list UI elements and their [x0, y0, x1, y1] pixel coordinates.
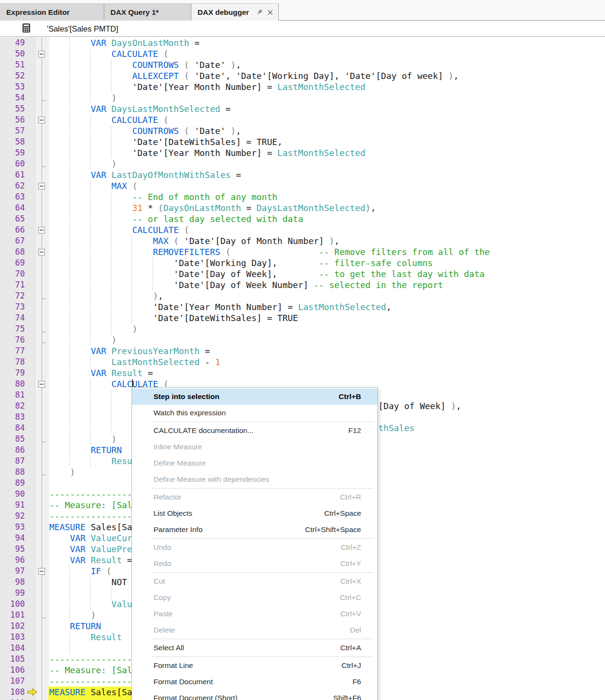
tab-dax-query-1[interactable]: DAX Query 1*: [104, 3, 191, 21]
code-text: IF (: [49, 566, 111, 577]
fold-end-tick: [42, 618, 46, 618]
menu-item-refactor[interactable]: RefactorCtrl+R: [132, 489, 377, 505]
menu-shortcut: Shift+F6: [333, 694, 361, 700]
tab-expression-editor[interactable]: Expression Editor: [0, 3, 104, 21]
line-number-61: 61: [0, 169, 25, 180]
indent-guide: [111, 389, 111, 400]
code-line-73[interactable]: 73 'Date'[Year Month Number] = LastMonth…: [0, 301, 605, 312]
menu-separator: [151, 422, 374, 422]
code-line-62[interactable]: 62 MAX (: [0, 180, 605, 191]
code-line-54[interactable]: 54 ): [0, 92, 605, 103]
fold-toggle-line-68[interactable]: [38, 249, 45, 256]
line-number-58: 58: [0, 136, 25, 147]
tab-dax-debugger[interactable]: DAX debugger: [191, 3, 279, 21]
code-line-49[interactable]: 49 VAR DaysOnLastMonth =: [0, 37, 605, 48]
code-line-59[interactable]: 59 'Date'[Year Month Number] = LastMonth…: [0, 147, 605, 158]
menu-item-format-document-short[interactable]: Format Document (Short)Shift+F6: [132, 690, 377, 700]
line-number-87: 87: [0, 456, 25, 467]
code-line-64[interactable]: 64 31 * (DaysOnLastMonth = DaysLastMonth…: [0, 202, 605, 213]
code-line-53[interactable]: 53 'Date'[Year Month Number] = LastMonth…: [0, 81, 605, 92]
line-number-88: 88: [0, 467, 25, 478]
menu-item-watch-this-expression[interactable]: Watch this expression: [132, 405, 377, 421]
code-line-58[interactable]: 58 'Date'[DateWithSales] = TRUE,: [0, 136, 605, 147]
menu-item-label: Inline Measure: [154, 443, 361, 451]
code-text: VAR Result =: [49, 367, 153, 378]
menu-item-paste[interactable]: PasteCtrl+V: [132, 606, 377, 622]
tab-label: DAX Query 1*: [110, 8, 159, 17]
code-line-57[interactable]: 57 COUNTROWS ( 'Date' ),: [0, 125, 605, 136]
code-line-72[interactable]: 72 ),: [0, 290, 605, 301]
code-line-69[interactable]: 69 'Date'[Working Day], -- filter-safe c…: [0, 257, 605, 268]
code-line-61[interactable]: 61 VAR LastDayOfMonthWithSales =: [0, 169, 605, 180]
line-number-89: 89: [0, 478, 25, 489]
code-line-60[interactable]: 60 ): [0, 158, 605, 169]
line-number-105: 105: [0, 654, 25, 665]
menu-item-copy[interactable]: CopyCtrl+C: [132, 589, 377, 606]
menu-item-step-into-selection[interactable]: Step into selectionCtrl+B: [132, 389, 377, 405]
menu-item-label: Format Document (Short): [154, 694, 325, 700]
code-text: CALCULATE (: [49, 48, 168, 59]
line-number-52: 52: [0, 70, 25, 81]
line-number-62: 62: [0, 180, 25, 191]
menu-item-label: Define Measure: [154, 459, 361, 467]
menu-item-select-all[interactable]: Select AllCtrl+A: [132, 640, 377, 656]
code-line-65[interactable]: 65 -- or last day selected with data: [0, 213, 605, 224]
indent-guide: [90, 400, 91, 411]
indent-guide: [69, 588, 70, 599]
code-line-63[interactable]: 63 -- End of month of any month: [0, 191, 605, 202]
code-line-66[interactable]: 66 CALCULATE (: [0, 224, 605, 235]
code-line-76[interactable]: 76 ): [0, 334, 605, 345]
menu-item-define-measure-with-dependencies[interactable]: Define Measure with dependencies: [132, 471, 377, 488]
fold-toggle-line-80[interactable]: [38, 381, 45, 388]
code-text: ): [49, 334, 117, 345]
code-line-67[interactable]: 67 MAX ( 'Date'[Day of Month Number] ),: [0, 235, 605, 246]
code-line-56[interactable]: 56 CALCULATE (: [0, 114, 605, 125]
tab-label: DAX debugger: [198, 8, 249, 17]
menu-item-redo[interactable]: RedoCtrl+Y: [132, 556, 377, 572]
fold-toggle-line-66[interactable]: [38, 227, 45, 233]
menu-item-undo[interactable]: UndoCtrl+Z: [132, 539, 377, 556]
line-number-108: 108: [0, 687, 25, 698]
code-text: ): [49, 158, 117, 169]
fold-toggle-line-62[interactable]: [38, 183, 45, 189]
close-icon[interactable]: [266, 9, 274, 16]
menu-separator: [151, 488, 374, 489]
menu-item-cut[interactable]: CutCtrl+X: [132, 573, 377, 589]
code-line-51[interactable]: 51 COUNTROWS ( 'Date' ),: [0, 59, 605, 70]
code-line-50[interactable]: 50 CALCULATE (: [0, 48, 605, 59]
code-line-71[interactable]: 71 'Date'[Day of Week Number] -- selecte…: [0, 279, 605, 290]
menu-item-define-measure[interactable]: Define Measure: [132, 455, 377, 471]
line-number-104: 104: [0, 643, 25, 654]
code-line-75[interactable]: 75 ): [0, 323, 605, 334]
line-number-75: 75: [0, 323, 25, 334]
code-line-70[interactable]: 70 'Date'[Day of Week], -- to get the la…: [0, 268, 605, 279]
code-line-68[interactable]: 68 REMOVEFILTERS ( -- Remove filters fro…: [0, 246, 605, 257]
line-number-80: 80: [0, 378, 25, 389]
fold-toggle-line-56[interactable]: [38, 117, 45, 123]
code-line-77[interactable]: 77 VAR PreviousYearMonth =: [0, 345, 605, 356]
code-text: VAR PreviousYearMonth =: [49, 345, 210, 356]
menu-item-label: List Objects: [154, 509, 316, 518]
menu-item-parameter-info[interactable]: Parameter InfoCtrl+Shift+Space: [132, 522, 377, 538]
code-line-78[interactable]: 78 LastMonthSelected - 1: [0, 356, 605, 367]
code-text: -----------------: [49, 676, 137, 687]
code-text: ): [49, 323, 137, 334]
menu-shortcut: Ctrl+A: [341, 644, 362, 652]
code-text: REMOVEFILTERS ( -- Remove filters from a…: [49, 246, 490, 257]
menu-item-inline-measure[interactable]: Inline Measure: [132, 439, 377, 455]
code-line-55[interactable]: 55 VAR DaysLastMonthSelected =: [0, 103, 605, 114]
fold-toggle-line-50[interactable]: [38, 51, 45, 57]
code-line-52[interactable]: 52 ALLEXCEPT ( 'Date', 'Date'[Working Da…: [0, 70, 605, 81]
menu-item-delete[interactable]: DeleteDel: [132, 622, 377, 638]
fold-toggle-line-97[interactable]: [38, 568, 45, 575]
menu-item-format-line[interactable]: Format LineCtrl+J: [132, 657, 377, 674]
code-line-79[interactable]: 79 VAR Result =: [0, 367, 605, 378]
menu-item-calculate-documentation[interactable]: CALCULATE documentation...F12: [132, 422, 377, 439]
pin-icon[interactable]: [255, 9, 263, 16]
menu-item-format-document[interactable]: Format DocumentF6: [132, 674, 377, 690]
menu-item-list-objects[interactable]: List ObjectsCtrl+Space: [132, 505, 377, 522]
code-line-74[interactable]: 74 'Date'[DateWithSales] = TRUE: [0, 312, 605, 323]
code-text: VAR DaysOnLastMonth =: [49, 37, 199, 48]
menu-shortcut: Ctrl+J: [341, 661, 361, 670]
line-number-53: 53: [0, 81, 25, 92]
